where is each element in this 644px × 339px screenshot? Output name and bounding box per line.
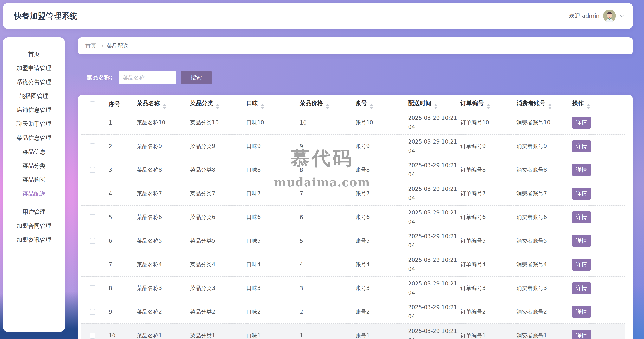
row-checkbox[interactable] xyxy=(90,214,96,220)
column-header-flavor[interactable]: 口味 xyxy=(246,98,300,111)
row-checkbox[interactable] xyxy=(90,309,96,315)
column-header-account[interactable]: 账号 xyxy=(355,98,408,111)
sidebar-item-13[interactable]: 加盟资讯管理 xyxy=(3,233,65,247)
cell-time: 2025-03-29 10:21:04 xyxy=(408,182,460,206)
cell-account: 账号6 xyxy=(355,206,408,229)
row-checkbox[interactable] xyxy=(90,120,96,126)
sort-icon[interactable] xyxy=(434,104,438,109)
chevron-down-icon[interactable] xyxy=(619,14,624,18)
sidebar-item-0[interactable]: 首页 xyxy=(3,47,65,61)
row-checkbox[interactable] xyxy=(90,285,96,291)
table-row: 6菜品名称5菜品分类5口味55账号52025-03-29 10:21:04订单编… xyxy=(82,229,625,253)
row-checkbox[interactable] xyxy=(90,143,96,149)
cell-account: 账号3 xyxy=(355,276,408,300)
cell-flavor: 口味7 xyxy=(246,182,300,206)
table-row: 3菜品名称8菜品分类8口味88账号82025-03-29 10:21:04订单编… xyxy=(82,158,625,182)
detail-button[interactable]: 详情 xyxy=(572,211,591,223)
cell-action: 详情 xyxy=(572,253,625,276)
sidebar-item-5[interactable]: 聊天助手管理 xyxy=(3,117,65,131)
search-label: 菜品名称: xyxy=(87,74,112,82)
cell-action: 详情 xyxy=(572,134,625,158)
search-input[interactable] xyxy=(118,71,176,84)
column-label: 订单编号 xyxy=(460,100,484,106)
sidebar-item-1[interactable]: 加盟申请管理 xyxy=(3,61,65,75)
cell-category: 菜品分类6 xyxy=(190,206,246,229)
detail-button[interactable]: 详情 xyxy=(572,306,591,318)
sidebar-item-2[interactable]: 系统公告管理 xyxy=(3,75,65,89)
detail-button[interactable]: 详情 xyxy=(572,235,591,247)
cell-name: 菜品名称9 xyxy=(137,134,190,158)
cell-checkbox xyxy=(82,111,109,134)
column-header-action[interactable]: 操作 xyxy=(572,98,625,111)
sort-icon[interactable] xyxy=(163,104,166,109)
sidebar-item-11[interactable]: 用户管理 xyxy=(3,205,65,219)
cell-consumer: 消费者账号2 xyxy=(516,300,572,324)
cell-flavor: 口味3 xyxy=(246,276,300,300)
cell-name: 菜品名称6 xyxy=(137,206,190,229)
column-header-order[interactable]: 订单编号 xyxy=(460,98,516,111)
cell-order: 订单编号7 xyxy=(460,182,516,206)
cell-checkbox xyxy=(82,324,109,339)
cell-name: 菜品名称5 xyxy=(137,229,190,253)
detail-button[interactable]: 详情 xyxy=(572,282,591,294)
sidebar-item-4[interactable]: 店铺信息管理 xyxy=(3,103,65,117)
column-header-consumer[interactable]: 消费者账号 xyxy=(516,98,572,111)
sort-icon[interactable] xyxy=(216,104,220,109)
sort-icon[interactable] xyxy=(548,104,552,109)
sort-icon[interactable] xyxy=(486,104,490,109)
avatar[interactable] xyxy=(603,10,616,22)
detail-button[interactable]: 详情 xyxy=(572,188,591,200)
detail-button[interactable]: 详情 xyxy=(572,140,591,152)
cell-name: 菜品名称3 xyxy=(137,276,190,300)
cell-time: 2025-03-29 10:21:04 xyxy=(408,253,460,276)
column-header-name[interactable]: 菜品名称 xyxy=(137,98,190,111)
column-header-time[interactable]: 配送时间 xyxy=(408,98,460,111)
column-header-category[interactable]: 菜品分类 xyxy=(190,98,246,111)
sidebar-item-7[interactable]: 菜品信息 xyxy=(3,145,65,159)
detail-button[interactable]: 详情 xyxy=(572,330,591,339)
row-checkbox[interactable] xyxy=(90,262,96,268)
detail-button[interactable]: 详情 xyxy=(572,116,591,128)
sidebar-item-12[interactable]: 加盟合同管理 xyxy=(3,219,65,233)
sidebar-item-8[interactable]: 菜品分类 xyxy=(3,159,65,173)
cell-flavor: 口味1 xyxy=(246,324,300,339)
search-button[interactable]: 搜索 xyxy=(180,71,212,84)
sort-icon[interactable] xyxy=(261,104,264,109)
sort-icon[interactable] xyxy=(586,104,590,109)
row-checkbox[interactable] xyxy=(90,238,96,244)
sort-icon[interactable] xyxy=(326,104,329,109)
cell-index: 9 xyxy=(109,300,137,324)
cell-index: 10 xyxy=(109,324,137,339)
sort-icon[interactable] xyxy=(370,104,373,109)
cell-price: 8 xyxy=(300,158,355,182)
cell-checkbox xyxy=(82,276,109,300)
sidebar-item-9[interactable]: 菜品购买 xyxy=(3,173,65,187)
breadcrumb-current: 菜品配送 xyxy=(107,42,128,50)
detail-button[interactable]: 详情 xyxy=(572,258,591,270)
column-header-price[interactable]: 菜品价格 xyxy=(300,98,355,111)
page-title: 快餐加盟管理系统 xyxy=(14,11,78,21)
cell-category: 菜品分类4 xyxy=(190,253,246,276)
cell-consumer: 消费者账号1 xyxy=(516,324,572,339)
cell-index: 8 xyxy=(109,276,137,300)
column-label: 消费者账号 xyxy=(516,100,546,106)
cell-category: 菜品分类1 xyxy=(190,324,246,339)
cell-category: 菜品分类9 xyxy=(190,134,246,158)
row-checkbox[interactable] xyxy=(90,167,96,173)
welcome-text: 欢迎 admin xyxy=(569,12,600,20)
cell-price: 2 xyxy=(300,300,355,324)
select-all-checkbox[interactable] xyxy=(90,102,96,107)
cell-name: 菜品名称2 xyxy=(137,300,190,324)
sidebar-item-3[interactable]: 轮播图管理 xyxy=(3,89,65,103)
cell-flavor: 口味10 xyxy=(246,111,300,134)
row-checkbox[interactable] xyxy=(90,191,96,196)
column-label: 菜品名称 xyxy=(137,100,160,106)
detail-button[interactable]: 详情 xyxy=(572,164,591,176)
sidebar-item-6[interactable]: 菜品信息管理 xyxy=(3,131,65,145)
table-row: 8菜品名称3菜品分类3口味33账号32025-03-29 10:21:04订单编… xyxy=(82,276,625,300)
breadcrumb-home[interactable]: 首页 xyxy=(85,42,96,50)
row-checkbox[interactable] xyxy=(90,333,96,338)
sidebar-item-10[interactable]: 菜品配送 xyxy=(3,187,65,201)
column-label: 操作 xyxy=(572,100,584,106)
cell-consumer: 消费者账号9 xyxy=(516,134,572,158)
